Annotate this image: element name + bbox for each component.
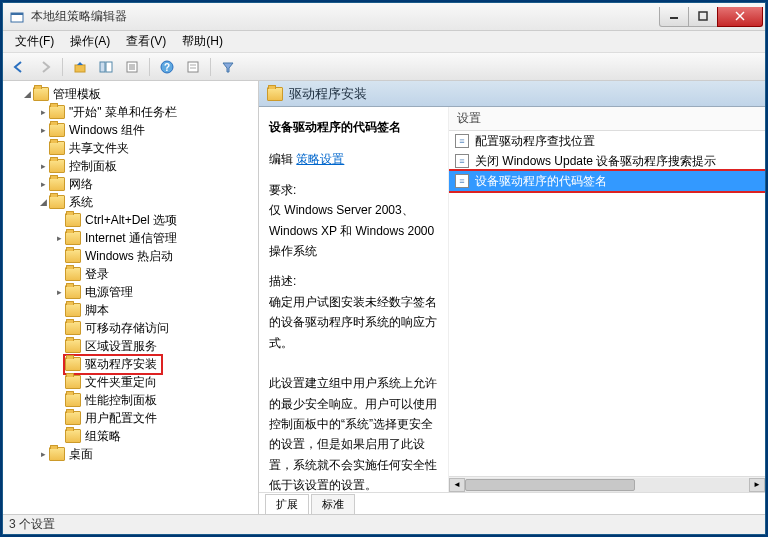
tree-item[interactable]: ▸桌面 <box>5 445 256 463</box>
tree-item[interactable]: 登录 <box>5 265 256 283</box>
tree-item[interactable]: ◢管理模板 <box>5 85 256 103</box>
description-label: 描述: <box>269 271 438 291</box>
settings-column-header[interactable]: 设置 <box>449 107 765 131</box>
tree-item[interactable]: ▸电源管理 <box>5 283 256 301</box>
tree-item-label: 共享文件夹 <box>69 140 129 157</box>
tree-item[interactable]: Ctrl+Alt+Del 选项 <box>5 211 256 229</box>
detail-header-text: 驱动程序安装 <box>289 85 367 103</box>
svg-rect-8 <box>106 62 112 72</box>
folder-icon <box>49 123 65 137</box>
tree-item[interactable]: Windows 热启动 <box>5 247 256 265</box>
svg-rect-6 <box>75 65 85 72</box>
toolbar: ? <box>3 53 765 81</box>
tree-item[interactable]: 用户配置文件 <box>5 409 256 427</box>
edit-prefix: 编辑 <box>269 152 293 166</box>
scroll-right-icon[interactable]: ► <box>749 478 765 492</box>
tab-standard[interactable]: 标准 <box>311 494 355 514</box>
folder-icon <box>49 159 65 173</box>
tree-item[interactable]: 文件夹重定向 <box>5 373 256 391</box>
expander-icon[interactable]: ▸ <box>37 125 49 135</box>
setting-item[interactable]: ≡配置驱动程序查找位置 <box>449 131 765 151</box>
show-hide-tree-button[interactable] <box>94 56 118 78</box>
tree-item[interactable]: ▸"开始" 菜单和任务栏 <box>5 103 256 121</box>
folder-icon <box>49 195 65 209</box>
tree-item[interactable]: 驱动程序安装 <box>5 355 256 373</box>
tree-item-label: 控制面板 <box>69 158 117 175</box>
detail-header: 驱动程序安装 <box>259 81 765 107</box>
expander-icon[interactable]: ▸ <box>53 287 65 297</box>
expander-icon[interactable]: ▸ <box>37 449 49 459</box>
filter-button[interactable] <box>216 56 240 78</box>
properties-button[interactable] <box>120 56 144 78</box>
tree-item[interactable]: ▸控制面板 <box>5 157 256 175</box>
requirements-text: 仅 Windows Server 2003、Windows XP 和 Windo… <box>269 203 434 258</box>
expander-icon[interactable]: ▸ <box>37 161 49 171</box>
menu-action[interactable]: 操作(A) <box>62 31 118 52</box>
close-button[interactable] <box>717 7 763 27</box>
forward-button[interactable] <box>33 56 57 78</box>
tree-item[interactable]: 区域设置服务 <box>5 337 256 355</box>
scrollbar-thumb[interactable] <box>465 479 635 491</box>
toolbar-separator <box>149 58 150 76</box>
export-button[interactable] <box>181 56 205 78</box>
svg-text:?: ? <box>164 62 170 73</box>
tree-item[interactable]: ▸网络 <box>5 175 256 193</box>
setting-title: 设备驱动程序的代码签名 <box>269 117 438 137</box>
horizontal-scrollbar[interactable]: ◄ ► <box>449 476 765 492</box>
maximize-button[interactable] <box>688 7 718 27</box>
folder-icon <box>267 87 283 101</box>
svg-rect-15 <box>188 62 198 72</box>
up-button[interactable] <box>68 56 92 78</box>
tree-item[interactable]: ◢系统 <box>5 193 256 211</box>
menu-help[interactable]: 帮助(H) <box>174 31 231 52</box>
setting-item[interactable]: ≡设备驱动程序的代码签名 <box>449 171 765 191</box>
tree-item-label: 文件夹重定向 <box>85 374 157 391</box>
minimize-button[interactable] <box>659 7 689 27</box>
detail-pane: 驱动程序安装 设备驱动程序的代码签名 编辑 策略设置 要求: 仅 Windows… <box>259 81 765 514</box>
tab-extended[interactable]: 扩展 <box>265 494 309 514</box>
folder-icon <box>33 87 49 101</box>
back-button[interactable] <box>7 56 31 78</box>
tree-item[interactable]: ▸Windows 组件 <box>5 121 256 139</box>
requirements-label: 要求: <box>269 180 438 200</box>
help-button[interactable]: ? <box>155 56 179 78</box>
tree-item-label: Ctrl+Alt+Del 选项 <box>85 212 177 229</box>
folder-icon <box>65 429 81 443</box>
tree-item[interactable]: 组策略 <box>5 427 256 445</box>
expander-icon[interactable]: ◢ <box>37 197 49 207</box>
expander-icon[interactable]: ▸ <box>37 107 49 117</box>
menu-view[interactable]: 查看(V) <box>118 31 174 52</box>
folder-icon <box>65 213 81 227</box>
tree-item-label: 区域设置服务 <box>85 338 157 355</box>
expander-icon[interactable]: ◢ <box>21 89 33 99</box>
expander-icon[interactable]: ▸ <box>37 179 49 189</box>
description-text2: 此设置建立组中用户系统上允许的最少安全响应。用户可以使用控制面板中的“系统”选择… <box>269 376 437 492</box>
statusbar: 3 个设置 <box>3 514 765 534</box>
tree-item[interactable]: 脚本 <box>5 301 256 319</box>
tree-item-label: 可移动存储访问 <box>85 320 169 337</box>
window-controls <box>660 7 763 27</box>
menu-file[interactable]: 文件(F) <box>7 31 62 52</box>
folder-icon <box>65 357 81 371</box>
setting-item[interactable]: ≡关闭 Windows Update 设备驱动程序搜索提示 <box>449 151 765 171</box>
folder-icon <box>49 141 65 155</box>
folder-icon <box>65 321 81 335</box>
content-area: ◢管理模板▸"开始" 菜单和任务栏▸Windows 组件共享文件夹▸控制面板▸网… <box>3 81 765 514</box>
expander-icon[interactable]: ▸ <box>53 233 65 243</box>
tree-item[interactable]: 共享文件夹 <box>5 139 256 157</box>
tree-item[interactable]: ▸Internet 通信管理 <box>5 229 256 247</box>
tree-item[interactable]: 性能控制面板 <box>5 391 256 409</box>
setting-label: 设备驱动程序的代码签名 <box>475 173 607 190</box>
description-panel: 设备驱动程序的代码签名 编辑 策略设置 要求: 仅 Windows Server… <box>259 107 449 492</box>
edit-policy-link[interactable]: 策略设置 <box>296 152 344 166</box>
detail-body: 设备驱动程序的代码签名 编辑 策略设置 要求: 仅 Windows Server… <box>259 107 765 492</box>
tree-item-label: "开始" 菜单和任务栏 <box>69 104 177 121</box>
scroll-left-icon[interactable]: ◄ <box>449 478 465 492</box>
tree-pane[interactable]: ◢管理模板▸"开始" 菜单和任务栏▸Windows 组件共享文件夹▸控制面板▸网… <box>3 81 259 514</box>
tree-item-label: 脚本 <box>85 302 109 319</box>
tree-item-label: 电源管理 <box>85 284 133 301</box>
folder-icon <box>65 339 81 353</box>
setting-label: 关闭 Windows Update 设备驱动程序搜索提示 <box>475 153 716 170</box>
tree-item[interactable]: 可移动存储访问 <box>5 319 256 337</box>
svg-rect-7 <box>100 62 105 72</box>
